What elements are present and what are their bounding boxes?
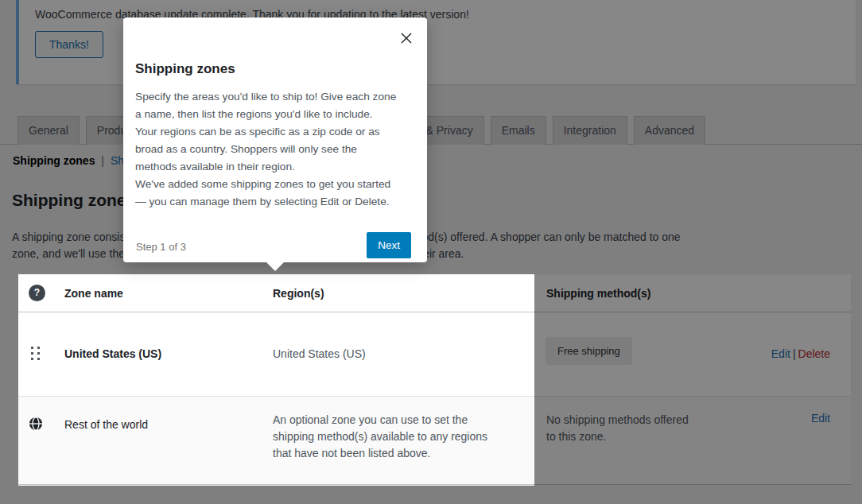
zone-region-description-line: An optional zone you can use to set the bbox=[273, 412, 487, 428]
tour-body-line: a name, then list the regions you'd like… bbox=[135, 106, 396, 123]
help-icon[interactable]: ? bbox=[29, 285, 45, 301]
table-header-row: ? Zone name Region(s) Shipping method(s) bbox=[18, 274, 851, 312]
tour-body-line: We've added some shipping zones to get y… bbox=[135, 176, 396, 193]
tour-body-line: Specify the areas you'd like to ship to!… bbox=[135, 88, 396, 106]
tab-general[interactable]: General bbox=[17, 116, 80, 145]
zone-region: United States (US) bbox=[273, 347, 366, 360]
page-title: Shipping zones bbox=[12, 191, 135, 210]
tour-body-line: methods available in their region. bbox=[135, 158, 396, 176]
subnav-current-shipping-zones: Shipping zones bbox=[13, 154, 95, 167]
zone-region-description: An optional zone you can use to set the … bbox=[273, 412, 487, 462]
row-actions: Edit|Delete bbox=[771, 347, 830, 360]
zone-region-description-line: that have not been listed above. bbox=[273, 445, 487, 462]
delete-link[interactable]: Delete bbox=[798, 347, 830, 360]
zone-name-label: Rest of the world bbox=[64, 418, 148, 431]
no-shipping-methods-line: to this zone. bbox=[546, 428, 689, 445]
shipping-method-badge: Free shipping bbox=[546, 337, 632, 365]
shipping-zones-table: ? Zone name Region(s) Shipping method(s)… bbox=[18, 274, 851, 485]
table-row-united-states: United States (US) United States (US) Fr… bbox=[18, 312, 851, 396]
next-button[interactable]: Next bbox=[367, 232, 411, 258]
column-header-zone-name: Zone name bbox=[64, 287, 123, 300]
thanks-button[interactable]: Thanks! bbox=[35, 31, 103, 58]
tour-body: Specify the areas you'd like to ship to!… bbox=[135, 88, 396, 211]
drag-handle-icon[interactable] bbox=[31, 347, 41, 361]
tour-body-line: — you can manage them by selecting Edit … bbox=[135, 193, 396, 211]
globe-icon bbox=[29, 417, 43, 434]
actions-separator: | bbox=[790, 347, 798, 360]
column-header-shipping-methods: Shipping method(s) bbox=[546, 287, 650, 300]
edit-link[interactable]: Edit bbox=[771, 347, 790, 360]
tab-emails[interactable]: Emails bbox=[491, 116, 546, 145]
tour-body-line: broad as a country. Shoppers will only s… bbox=[135, 141, 396, 158]
popover-arrow bbox=[266, 262, 285, 271]
tour-body-line: Your regions can be as specific as a zip… bbox=[135, 123, 396, 141]
tab-integration[interactable]: Integration bbox=[553, 116, 627, 145]
edit-link[interactable]: Edit bbox=[811, 412, 830, 425]
table-row-rest-of-world: Rest of the world An optional zone you c… bbox=[18, 396, 851, 484]
no-shipping-methods-line: No shipping methods offered bbox=[546, 412, 689, 428]
no-shipping-methods-note: No shipping methods offered to this zone… bbox=[546, 412, 689, 445]
tour-popover: Shipping zones Specify the areas you'd l… bbox=[123, 17, 427, 262]
close-icon[interactable] bbox=[398, 30, 414, 46]
woocommerce-settings-page: WooCommerce database update complete. Th… bbox=[0, 0, 862, 504]
column-header-regions: Region(s) bbox=[273, 287, 324, 300]
tour-title: Shipping zones bbox=[135, 61, 235, 77]
zone-region-description-line: shipping method(s) available to any regi… bbox=[273, 428, 487, 445]
subnav-separator: | bbox=[98, 154, 107, 167]
row-actions: Edit bbox=[811, 412, 830, 425]
tab-advanced[interactable]: Advanced bbox=[634, 116, 705, 145]
zone-name-link[interactable]: United States (US) bbox=[64, 347, 161, 360]
tour-step-indicator: Step 1 of 3 bbox=[136, 241, 186, 253]
